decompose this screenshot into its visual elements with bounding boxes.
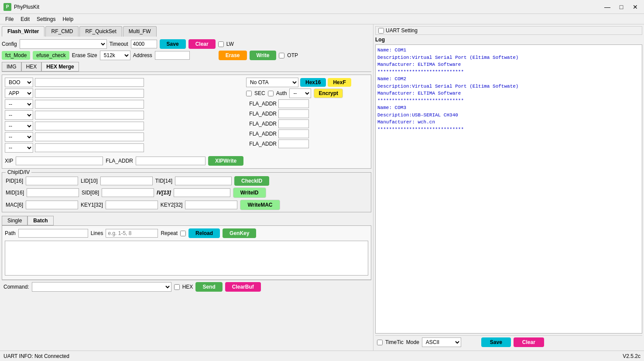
ota-select[interactable]: No OTAOTA1OTA2 [246, 78, 298, 87]
menu-edit[interactable]: Edit [17, 15, 33, 23]
erase-size-select[interactable]: 512k 256k [100, 51, 130, 60]
command-select[interactable] [32, 282, 171, 292]
fla-addr-row-5: FLA_ADDR [246, 140, 368, 148]
img-type-7[interactable]: --BOOAPP [5, 143, 33, 153]
address-input[interactable] [155, 51, 190, 60]
bottom-tabs: Single Batch [2, 216, 371, 225]
menu-help[interactable]: Help [59, 15, 77, 23]
mid-input[interactable] [27, 188, 79, 197]
time-tic-checkbox[interactable] [377, 340, 383, 345]
hex16-button[interactable]: Hex16 [300, 78, 326, 87]
auth-select[interactable]: --AESRSA [289, 89, 311, 98]
tab-rf-quickset[interactable]: RF_QuickSet [79, 26, 122, 37]
encrypt-button[interactable]: Encrypt [314, 89, 343, 98]
titlebar: P PhyPlusKit — □ ✕ [0, 0, 644, 14]
path-input[interactable] [18, 229, 88, 238]
fla-addr-input-1[interactable] [278, 99, 309, 108]
sec-checkbox[interactable] [246, 91, 252, 96]
menu-settings[interactable]: Settings [33, 15, 59, 23]
writeid-button[interactable]: WriteID [233, 187, 266, 198]
config-label: Config [2, 41, 17, 47]
sub-tab-hex[interactable]: HEX [21, 62, 42, 72]
timeout-input[interactable]: 4000 [131, 40, 157, 48]
mode-select[interactable]: ASCIIHEX [422, 337, 461, 347]
tab-single[interactable]: Single [2, 216, 27, 225]
repeat-checkbox[interactable] [180, 231, 186, 236]
log-label: Log [375, 37, 642, 43]
img-row-4: --BOOAPP [5, 110, 243, 120]
sub-tab-hex-merge[interactable]: HEX Merge [41, 62, 79, 72]
config-select[interactable] [20, 39, 107, 49]
uart-save-button[interactable]: Save [481, 337, 511, 347]
xip-input[interactable] [16, 157, 103, 165]
hex-checkbox[interactable] [174, 284, 180, 290]
fla-addr-input-3[interactable] [278, 119, 309, 128]
clear-top-button[interactable]: Clear [188, 39, 216, 49]
genkey-button[interactable]: GenKey [223, 228, 256, 238]
send-button[interactable]: Send [195, 282, 222, 292]
tid-input[interactable] [175, 177, 232, 185]
hexf-button[interactable]: HexF [328, 78, 351, 87]
fla-addr-input-2[interactable] [278, 109, 309, 118]
menu-file[interactable]: File [2, 15, 17, 23]
sub-tab-img[interactable]: IMG [2, 62, 21, 72]
img-type-3[interactable]: --BOOAPP [5, 99, 33, 109]
maximize-button[interactable]: □ [616, 2, 627, 12]
tab-rf-cmd[interactable]: RF_CMD [45, 26, 79, 37]
xipwrite-button[interactable]: XIPWrite [208, 156, 243, 166]
img-path-5[interactable] [35, 122, 144, 130]
hex-content: BOOAPP-- APPBOO-- --BOOAPP [2, 75, 371, 169]
img-type-4[interactable]: --BOOAPP [5, 110, 33, 120]
efuse-check-tag: efuse_check [33, 51, 69, 60]
writemac-button[interactable]: WriteMAC [240, 200, 280, 210]
iv-input[interactable] [174, 188, 230, 197]
img-type-6[interactable]: --BOOAPP [5, 132, 33, 142]
sid-input[interactable] [102, 188, 154, 197]
img-type-boo[interactable]: BOOAPP-- [5, 78, 33, 87]
lw-checkbox[interactable] [218, 41, 224, 47]
hex-label: HEX [182, 284, 193, 290]
img-path-boo[interactable] [35, 78, 144, 87]
fla-addr-label-4: FLA_ADDR [246, 131, 277, 137]
otp-checkbox[interactable] [279, 53, 284, 58]
img-path-3[interactable] [35, 100, 144, 109]
auth-label: Auth [276, 90, 287, 96]
lid-input[interactable] [100, 177, 153, 185]
write-button[interactable]: Write [250, 51, 277, 60]
clearbuf-button[interactable]: ClearBuf [225, 282, 261, 292]
img-type-5[interactable]: --BOOAPP [5, 121, 33, 131]
fla-addr-input-5[interactable] [278, 140, 309, 148]
right-panel: UART Setting Log Name: COM1 Description:… [373, 24, 644, 351]
xip-fla-addr-input[interactable] [136, 157, 206, 165]
img-path-7[interactable] [35, 143, 144, 152]
uart-clear-button[interactable]: Clear [514, 337, 544, 347]
checkid-button[interactable]: CheckID [234, 176, 269, 186]
key2-input[interactable] [185, 201, 237, 209]
erase-button[interactable]: Erase [219, 51, 247, 60]
close-button[interactable]: ✕ [630, 2, 641, 12]
tab-flash-writer[interactable]: Flash_Writer [2, 26, 45, 37]
config-row: Config Timeout 4000 Save Clear LW [2, 39, 371, 49]
fla-addr-label-5: FLA_ADDR [246, 141, 277, 147]
img-path-4[interactable] [35, 111, 144, 119]
img-path-app[interactable] [35, 89, 144, 98]
uart-setting-checkbox[interactable] [378, 28, 384, 34]
fla-addr-input-4[interactable] [278, 129, 309, 138]
auth-checkbox[interactable] [268, 91, 274, 96]
reload-button[interactable]: Reload [188, 228, 220, 238]
log-area: Name: COM1 Description:Virtual Serial Po… [375, 44, 642, 334]
img-path-6[interactable] [35, 133, 144, 141]
tab-multi-fw[interactable]: Multi_FW [123, 26, 157, 37]
batch-textarea[interactable] [5, 241, 368, 276]
lines-input[interactable] [106, 229, 158, 238]
mac-input[interactable] [26, 201, 78, 209]
mode-label: Mode [406, 339, 419, 345]
pid-input[interactable] [26, 177, 78, 185]
key1-input[interactable] [106, 201, 158, 209]
uart-setting-row: UART Setting [375, 26, 642, 35]
tab-batch[interactable]: Batch [27, 216, 53, 225]
timeout-label: Timeout [110, 41, 128, 47]
save-button[interactable]: Save [160, 39, 186, 49]
img-type-app[interactable]: APPBOO-- [5, 89, 33, 98]
minimize-button[interactable]: — [602, 2, 613, 12]
